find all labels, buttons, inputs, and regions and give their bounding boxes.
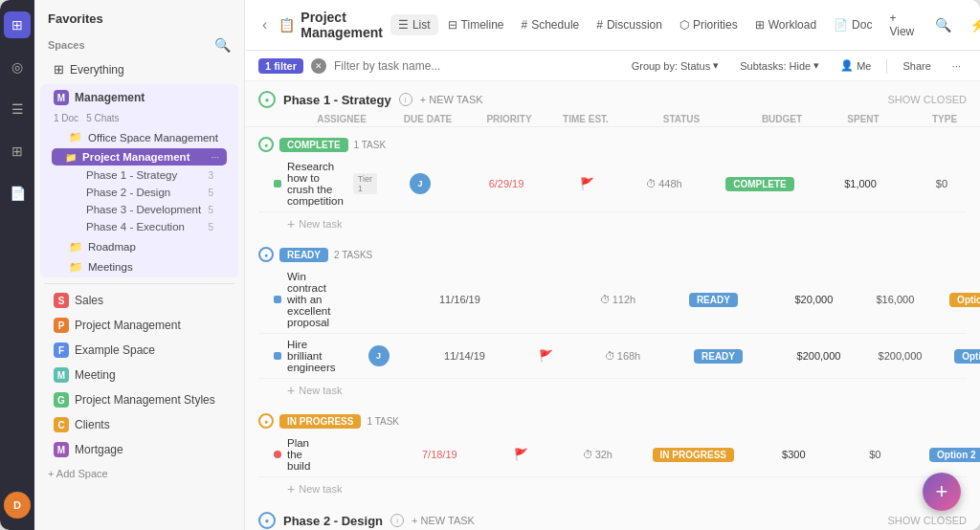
add-space-btn[interactable]: + Add Space bbox=[34, 462, 244, 485]
inprogress-circle: ● bbox=[258, 413, 274, 429]
sidebar-phase3[interactable]: Phase 3 - Development 5 bbox=[52, 201, 227, 218]
add-task-inline-inprogress[interactable]: + New task bbox=[287, 481, 967, 497]
fab-button[interactable]: + bbox=[923, 473, 961, 511]
inprogress-badge: IN PROGRESS bbox=[279, 414, 361, 429]
mortgage-label: Mortgage bbox=[75, 443, 123, 456]
sales-icon: S bbox=[54, 293, 69, 308]
back-button[interactable]: ‹ bbox=[258, 14, 271, 35]
status-badge: IN PROGRESS bbox=[653, 448, 734, 462]
col-due-date: DUE DATE bbox=[385, 114, 471, 124]
sidebar-pm2[interactable]: P Project Management bbox=[40, 314, 238, 337]
phase1-circle: ● bbox=[258, 91, 276, 108]
apps-icon[interactable]: ⊞ bbox=[4, 138, 31, 165]
management-icon: M bbox=[54, 90, 69, 105]
sidebar-example[interactable]: F Example Space bbox=[40, 339, 238, 362]
sidebar-phase4[interactable]: Phase 4 - Execution 5 bbox=[52, 218, 227, 235]
plus-icon: + bbox=[287, 383, 295, 398]
plus-icon: + bbox=[287, 216, 295, 232]
sidebar-phase1[interactable]: Phase 1 - Strategy 3 bbox=[52, 166, 227, 184]
table-row: Hire brilliant engineers J 11/14/19 🚩 ⏱ bbox=[258, 334, 967, 379]
management-doc: 1 Doc bbox=[54, 113, 78, 123]
nav-schedule[interactable]: # Schedule bbox=[514, 14, 588, 35]
task-name-research: Research how to crush the competition Ti… bbox=[274, 161, 377, 207]
add-task-row-ready: + New task bbox=[258, 379, 967, 402]
phase1-show-closed[interactable]: SHOW CLOSED bbox=[887, 94, 967, 105]
sidebar-office-space[interactable]: 📁 Office Space Management bbox=[46, 128, 233, 146]
mortgage-icon: M bbox=[54, 442, 69, 457]
sidebar-phase2[interactable]: Phase 2 - Design 5 bbox=[52, 184, 227, 201]
add-task-inline-complete[interactable]: + New task bbox=[287, 216, 967, 232]
lightning-button[interactable]: ⚡ bbox=[964, 11, 980, 38]
phase1-info-icon[interactable]: i bbox=[399, 93, 412, 106]
me-button[interactable]: 👤 Me bbox=[835, 56, 877, 75]
nav-discussion[interactable]: # Discussion bbox=[589, 14, 670, 35]
more-options-button[interactable]: ··· bbox=[947, 57, 967, 75]
cell-type: Option 2 bbox=[939, 349, 980, 364]
schedule-icon: # bbox=[522, 18, 528, 32]
sidebar-management[interactable]: M Management bbox=[46, 85, 233, 110]
pm2-label: Project Management bbox=[75, 319, 181, 332]
search-button[interactable]: 🔍 bbox=[929, 11, 956, 38]
project-mgmt-label: Project Management bbox=[82, 151, 189, 163]
nav-list[interactable]: ☰ List bbox=[390, 14, 438, 35]
search-sidebar-icon[interactable]: 🔍 bbox=[214, 37, 231, 53]
inbox-icon[interactable]: ☰ bbox=[4, 96, 31, 122]
nav-workload[interactable]: ⊞ Workload bbox=[747, 14, 824, 35]
pulse-icon[interactable]: ◎ bbox=[4, 54, 31, 80]
avatar: J bbox=[368, 345, 390, 366]
sidebar-meeting[interactable]: M Meeting bbox=[40, 364, 238, 386]
nav-timeline[interactable]: ⊟ Timeline bbox=[440, 14, 512, 35]
subtasks-button[interactable]: Subtasks: Hide ▾ bbox=[734, 56, 825, 75]
sidebar-sales[interactable]: S Sales bbox=[40, 289, 238, 312]
phase2-count: 5 bbox=[208, 188, 213, 198]
share-button[interactable]: Share bbox=[897, 57, 936, 75]
cell-budget: $300 bbox=[750, 449, 836, 460]
ready-badge: READY bbox=[279, 248, 328, 262]
filter-clear-button[interactable]: ✕ bbox=[311, 58, 326, 74]
nav-priorities[interactable]: ⬡ Priorities bbox=[672, 14, 746, 35]
phase2-add-task[interactable]: + NEW TASK bbox=[412, 515, 475, 526]
clients-icon: C bbox=[54, 417, 69, 432]
table-row: Research how to crush the competition Ti… bbox=[258, 156, 967, 212]
col-assignee: ASSIGNEE bbox=[299, 114, 385, 124]
task-dot bbox=[274, 352, 281, 360]
cell-assignee: J bbox=[377, 173, 463, 194]
nav-doc[interactable]: 📄 Doc bbox=[826, 14, 880, 35]
discussion-icon: # bbox=[596, 18, 603, 32]
add-task-inline-ready[interactable]: + New task bbox=[287, 383, 967, 398]
sidebar-mortgage[interactable]: M Mortgage bbox=[40, 438, 238, 461]
phase2-info-icon[interactable]: i bbox=[390, 514, 404, 527]
complete-task-count: 1 TASK bbox=[354, 140, 387, 150]
docs-icon[interactable]: 📄 bbox=[4, 180, 31, 207]
management-chats: 5 Chats bbox=[86, 113, 119, 123]
topbar-actions: 🔍 ⚡ bbox=[929, 11, 980, 38]
col-status: STATUS bbox=[624, 114, 739, 124]
spaces-label: Spaces bbox=[48, 39, 85, 51]
sidebar-clients[interactable]: C Clients bbox=[40, 413, 238, 436]
cell-due-date: 11/14/19 bbox=[422, 350, 508, 362]
sidebar-roadmap[interactable]: 📁 Roadmap bbox=[46, 237, 233, 256]
sidebar-project-mgmt[interactable]: 📁 Project Management ··· bbox=[52, 148, 227, 166]
phase2-show-closed[interactable]: SHOW CLOSED bbox=[887, 515, 967, 526]
nav-view-plus[interactable]: + View bbox=[881, 8, 922, 42]
phase1-add-task[interactable]: + NEW TASK bbox=[420, 94, 483, 105]
cell-priority: 🚩 bbox=[549, 177, 626, 190]
everything-label: Everything bbox=[70, 63, 124, 77]
col-time-est: TIME EST. bbox=[547, 114, 624, 124]
sidebar-pm-styles[interactable]: G Project Management Styles bbox=[40, 388, 238, 411]
user-avatar[interactable]: D bbox=[4, 492, 31, 519]
cell-time-est: ⏱ 168h bbox=[585, 350, 661, 362]
sidebar-meetings[interactable]: 📁 Meetings bbox=[46, 257, 233, 276]
filter-count-badge: 1 filter bbox=[258, 58, 303, 74]
group-by-button[interactable]: Group by: Status ▾ bbox=[626, 56, 725, 75]
phase2-title: Phase 2 - Design bbox=[283, 514, 383, 528]
phase1-inprogress-header: ● IN PROGRESS 1 TASK bbox=[258, 408, 967, 432]
cell-assignee: J bbox=[336, 345, 422, 366]
phase1-complete-header: ● COMPLETE 1 TASK bbox=[258, 131, 967, 156]
filter-input[interactable] bbox=[334, 59, 618, 73]
type-badge: Option 3 bbox=[949, 293, 980, 307]
sidebar-item-everything[interactable]: ⊞ Everything bbox=[40, 57, 238, 81]
phase1-header: ● Phase 1 - Strategy i + NEW TASK SHOW C… bbox=[245, 81, 980, 112]
priority-flag-icon: 🚩 bbox=[539, 349, 553, 363]
home-icon[interactable]: ⊞ bbox=[4, 11, 31, 38]
